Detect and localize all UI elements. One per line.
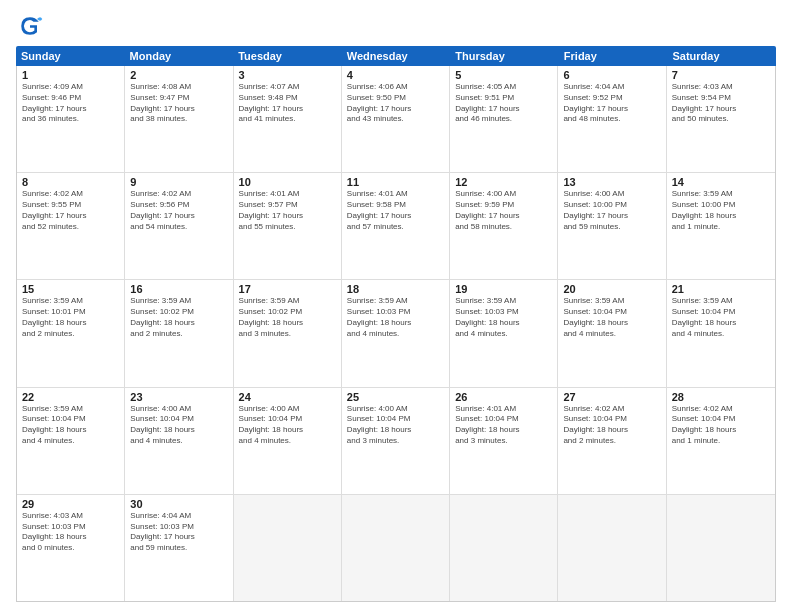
empty-cell [558,495,666,601]
week-row-4: 22Sunrise: 3:59 AM Sunset: 10:04 PM Dayl… [17,388,775,495]
day-header-sunday: Sunday [16,46,125,66]
day-number: 19 [455,283,552,295]
day-info: Sunrise: 3:59 AM Sunset: 10:03 PM Daylig… [455,296,552,339]
day-number: 20 [563,283,660,295]
day-cell-28: 28Sunrise: 4:02 AM Sunset: 10:04 PM Dayl… [667,388,775,494]
day-cell-29: 29Sunrise: 4:03 AM Sunset: 10:03 PM Dayl… [17,495,125,601]
day-info: Sunrise: 4:03 AM Sunset: 9:54 PM Dayligh… [672,82,770,125]
empty-cell [234,495,342,601]
day-info: Sunrise: 4:05 AM Sunset: 9:51 PM Dayligh… [455,82,552,125]
week-row-1: 1Sunrise: 4:09 AM Sunset: 9:46 PM Daylig… [17,66,775,173]
day-info: Sunrise: 3:59 AM Sunset: 10:01 PM Daylig… [22,296,119,339]
day-number: 14 [672,176,770,188]
day-cell-5: 5Sunrise: 4:05 AM Sunset: 9:51 PM Daylig… [450,66,558,172]
logo-icon [16,12,44,40]
day-cell-16: 16Sunrise: 3:59 AM Sunset: 10:02 PM Dayl… [125,280,233,386]
day-cell-26: 26Sunrise: 4:01 AM Sunset: 10:04 PM Dayl… [450,388,558,494]
day-number: 23 [130,391,227,403]
day-cell-14: 14Sunrise: 3:59 AM Sunset: 10:00 PM Dayl… [667,173,775,279]
day-info: Sunrise: 4:08 AM Sunset: 9:47 PM Dayligh… [130,82,227,125]
header [16,12,776,40]
day-cell-13: 13Sunrise: 4:00 AM Sunset: 10:00 PM Dayl… [558,173,666,279]
day-number: 6 [563,69,660,81]
day-info: Sunrise: 4:04 AM Sunset: 10:03 PM Daylig… [130,511,227,554]
day-cell-17: 17Sunrise: 3:59 AM Sunset: 10:02 PM Dayl… [234,280,342,386]
day-number: 1 [22,69,119,81]
day-info: Sunrise: 4:02 AM Sunset: 10:04 PM Daylig… [563,404,660,447]
day-number: 16 [130,283,227,295]
page: SundayMondayTuesdayWednesdayThursdayFrid… [0,0,792,612]
day-info: Sunrise: 4:04 AM Sunset: 9:52 PM Dayligh… [563,82,660,125]
day-number: 5 [455,69,552,81]
day-number: 27 [563,391,660,403]
day-cell-11: 11Sunrise: 4:01 AM Sunset: 9:58 PM Dayli… [342,173,450,279]
day-cell-4: 4Sunrise: 4:06 AM Sunset: 9:50 PM Daylig… [342,66,450,172]
day-info: Sunrise: 4:00 AM Sunset: 10:04 PM Daylig… [347,404,444,447]
day-number: 29 [22,498,119,510]
day-header-friday: Friday [559,46,668,66]
day-cell-30: 30Sunrise: 4:04 AM Sunset: 10:03 PM Dayl… [125,495,233,601]
day-info: Sunrise: 3:59 AM Sunset: 10:04 PM Daylig… [22,404,119,447]
day-cell-12: 12Sunrise: 4:00 AM Sunset: 9:59 PM Dayli… [450,173,558,279]
day-cell-7: 7Sunrise: 4:03 AM Sunset: 9:54 PM Daylig… [667,66,775,172]
day-cell-8: 8Sunrise: 4:02 AM Sunset: 9:55 PM Daylig… [17,173,125,279]
day-header-saturday: Saturday [667,46,776,66]
day-number: 17 [239,283,336,295]
day-cell-18: 18Sunrise: 3:59 AM Sunset: 10:03 PM Dayl… [342,280,450,386]
day-number: 25 [347,391,444,403]
day-header-wednesday: Wednesday [342,46,451,66]
day-cell-10: 10Sunrise: 4:01 AM Sunset: 9:57 PM Dayli… [234,173,342,279]
day-number: 12 [455,176,552,188]
day-number: 11 [347,176,444,188]
day-header-monday: Monday [125,46,234,66]
day-number: 8 [22,176,119,188]
day-info: Sunrise: 4:00 AM Sunset: 10:04 PM Daylig… [239,404,336,447]
calendar-body: 1Sunrise: 4:09 AM Sunset: 9:46 PM Daylig… [16,66,776,602]
day-number: 22 [22,391,119,403]
day-number: 10 [239,176,336,188]
week-row-3: 15Sunrise: 3:59 AM Sunset: 10:01 PM Dayl… [17,280,775,387]
day-number: 26 [455,391,552,403]
day-info: Sunrise: 4:00 AM Sunset: 10:00 PM Daylig… [563,189,660,232]
day-number: 9 [130,176,227,188]
day-cell-19: 19Sunrise: 3:59 AM Sunset: 10:03 PM Dayl… [450,280,558,386]
day-number: 15 [22,283,119,295]
day-cell-24: 24Sunrise: 4:00 AM Sunset: 10:04 PM Dayl… [234,388,342,494]
empty-cell [450,495,558,601]
day-cell-21: 21Sunrise: 3:59 AM Sunset: 10:04 PM Dayl… [667,280,775,386]
day-info: Sunrise: 4:01 AM Sunset: 9:57 PM Dayligh… [239,189,336,232]
week-row-2: 8Sunrise: 4:02 AM Sunset: 9:55 PM Daylig… [17,173,775,280]
day-number: 2 [130,69,227,81]
day-cell-2: 2Sunrise: 4:08 AM Sunset: 9:47 PM Daylig… [125,66,233,172]
day-info: Sunrise: 4:02 AM Sunset: 9:56 PM Dayligh… [130,189,227,232]
day-number: 7 [672,69,770,81]
day-cell-9: 9Sunrise: 4:02 AM Sunset: 9:56 PM Daylig… [125,173,233,279]
day-info: Sunrise: 3:59 AM Sunset: 10:03 PM Daylig… [347,296,444,339]
day-info: Sunrise: 4:02 AM Sunset: 9:55 PM Dayligh… [22,189,119,232]
day-number: 21 [672,283,770,295]
calendar: SundayMondayTuesdayWednesdayThursdayFrid… [16,46,776,602]
day-cell-23: 23Sunrise: 4:00 AM Sunset: 10:04 PM Dayl… [125,388,233,494]
day-cell-20: 20Sunrise: 3:59 AM Sunset: 10:04 PM Dayl… [558,280,666,386]
day-number: 4 [347,69,444,81]
day-cell-1: 1Sunrise: 4:09 AM Sunset: 9:46 PM Daylig… [17,66,125,172]
day-number: 13 [563,176,660,188]
day-info: Sunrise: 3:59 AM Sunset: 10:02 PM Daylig… [130,296,227,339]
day-info: Sunrise: 4:00 AM Sunset: 9:59 PM Dayligh… [455,189,552,232]
logo [16,12,48,40]
day-info: Sunrise: 4:00 AM Sunset: 10:04 PM Daylig… [130,404,227,447]
day-info: Sunrise: 4:07 AM Sunset: 9:48 PM Dayligh… [239,82,336,125]
day-info: Sunrise: 4:02 AM Sunset: 10:04 PM Daylig… [672,404,770,447]
day-info: Sunrise: 3:59 AM Sunset: 10:02 PM Daylig… [239,296,336,339]
empty-cell [667,495,775,601]
day-info: Sunrise: 4:03 AM Sunset: 10:03 PM Daylig… [22,511,119,554]
day-number: 28 [672,391,770,403]
day-header-tuesday: Tuesday [233,46,342,66]
day-info: Sunrise: 4:01 AM Sunset: 10:04 PM Daylig… [455,404,552,447]
day-info: Sunrise: 3:59 AM Sunset: 10:00 PM Daylig… [672,189,770,232]
day-cell-3: 3Sunrise: 4:07 AM Sunset: 9:48 PM Daylig… [234,66,342,172]
day-info: Sunrise: 3:59 AM Sunset: 10:04 PM Daylig… [563,296,660,339]
day-info: Sunrise: 4:06 AM Sunset: 9:50 PM Dayligh… [347,82,444,125]
week-row-5: 29Sunrise: 4:03 AM Sunset: 10:03 PM Dayl… [17,495,775,601]
day-cell-6: 6Sunrise: 4:04 AM Sunset: 9:52 PM Daylig… [558,66,666,172]
